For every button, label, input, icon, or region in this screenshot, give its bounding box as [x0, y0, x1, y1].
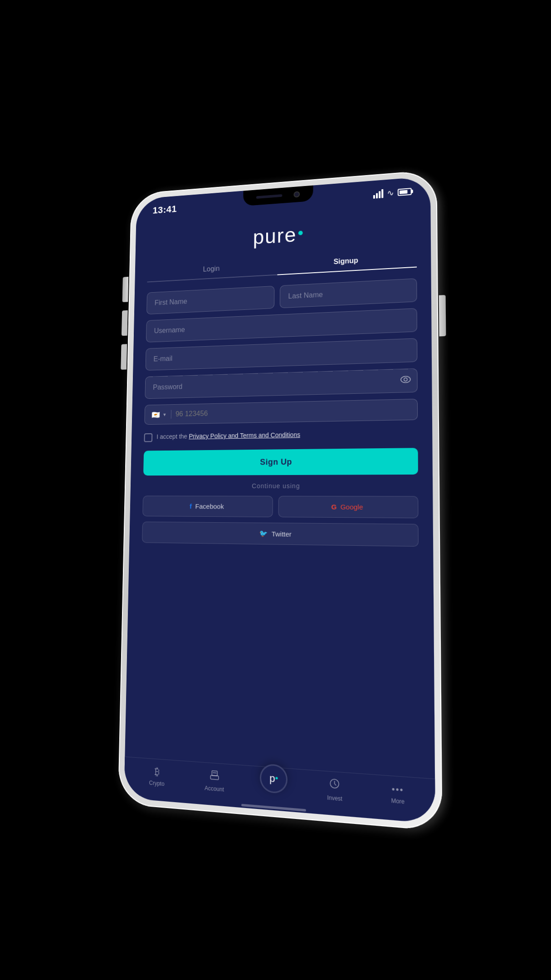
- terms-prefix: I accept the: [156, 433, 189, 440]
- more-label: More: [391, 797, 405, 805]
- battery-icon: [397, 188, 411, 196]
- email-group: [145, 338, 417, 371]
- phone-input[interactable]: [175, 405, 409, 418]
- more-icon: •••: [391, 784, 404, 796]
- first-name-group: [146, 286, 274, 314]
- username-row: [146, 308, 417, 343]
- svg-line-4: [212, 773, 216, 773]
- last-name-input[interactable]: [279, 278, 417, 308]
- google-label: Google: [340, 503, 363, 511]
- terms-link[interactable]: Privacy Policy and Terms and Conditions: [189, 431, 300, 440]
- username-input[interactable]: [146, 308, 417, 343]
- toggle-password-button[interactable]: [400, 376, 410, 386]
- country-selector[interactable]: 🇨🇾 ▼: [151, 410, 167, 419]
- password-row: [145, 368, 417, 399]
- nav-crypto[interactable]: ₿ Crypto: [128, 764, 185, 789]
- twitter-label: Twitter: [271, 530, 291, 538]
- terms-checkbox[interactable]: [144, 433, 152, 442]
- home-logo-button[interactable]: p: [259, 763, 287, 794]
- logo-name: pure: [253, 223, 297, 249]
- divider: [171, 410, 171, 419]
- svg-point-1: [404, 378, 407, 381]
- name-row: [146, 278, 417, 314]
- nav-home[interactable]: p: [244, 762, 304, 795]
- twitter-button[interactable]: 🐦 Twitter: [142, 522, 419, 547]
- nav-account[interactable]: Account: [185, 767, 244, 794]
- facebook-icon: f: [190, 502, 192, 510]
- twitter-icon: 🐦: [259, 529, 268, 538]
- crypto-label: Crypto: [149, 779, 164, 787]
- logo-dot: [298, 230, 302, 235]
- password-input[interactable]: [145, 368, 417, 399]
- status-icons: ∿: [373, 186, 411, 199]
- phone-input-group: 🇨🇾 ▼: [144, 399, 418, 425]
- app-logo: pure: [253, 222, 302, 249]
- username-group: [146, 308, 417, 343]
- flag-emoji: 🇨🇾: [151, 411, 160, 419]
- camera: [293, 191, 300, 197]
- center-logo: p: [269, 772, 278, 785]
- invest-icon: [329, 778, 340, 793]
- dropdown-arrow-icon: ▼: [162, 412, 166, 417]
- terms-text: I accept the Privacy Policy and Terms an…: [156, 430, 300, 441]
- signal-icon: [373, 189, 383, 199]
- crypto-icon: ₿: [154, 765, 159, 778]
- invest-label: Invest: [327, 794, 342, 803]
- facebook-label: Facebook: [195, 502, 224, 510]
- signup-button[interactable]: Sign Up: [143, 448, 418, 475]
- email-row: [145, 338, 417, 371]
- nav-more[interactable]: ••• More: [366, 782, 430, 807]
- social-buttons-row: f Facebook G Google: [142, 496, 418, 519]
- google-button[interactable]: G Google: [278, 496, 418, 518]
- content-area: pure Login Signup: [125, 200, 435, 779]
- continue-section: Continue using f Facebook G Google 🐦: [141, 482, 418, 551]
- account-label: Account: [204, 785, 224, 793]
- google-icon: G: [331, 503, 336, 510]
- continue-label: Continue using: [143, 482, 418, 490]
- email-input[interactable]: [145, 338, 417, 371]
- wifi-icon: ∿: [387, 188, 394, 198]
- facebook-button[interactable]: f Facebook: [142, 496, 273, 517]
- last-name-group: [279, 278, 417, 308]
- nav-invest[interactable]: Invest: [304, 775, 366, 804]
- terms-row: I accept the Privacy Policy and Terms an…: [144, 426, 418, 444]
- speaker: [256, 194, 282, 199]
- password-group: [145, 368, 417, 399]
- svg-point-0: [400, 376, 410, 383]
- status-time: 13:41: [152, 204, 177, 216]
- first-name-input[interactable]: [146, 286, 274, 314]
- account-icon: [209, 769, 219, 784]
